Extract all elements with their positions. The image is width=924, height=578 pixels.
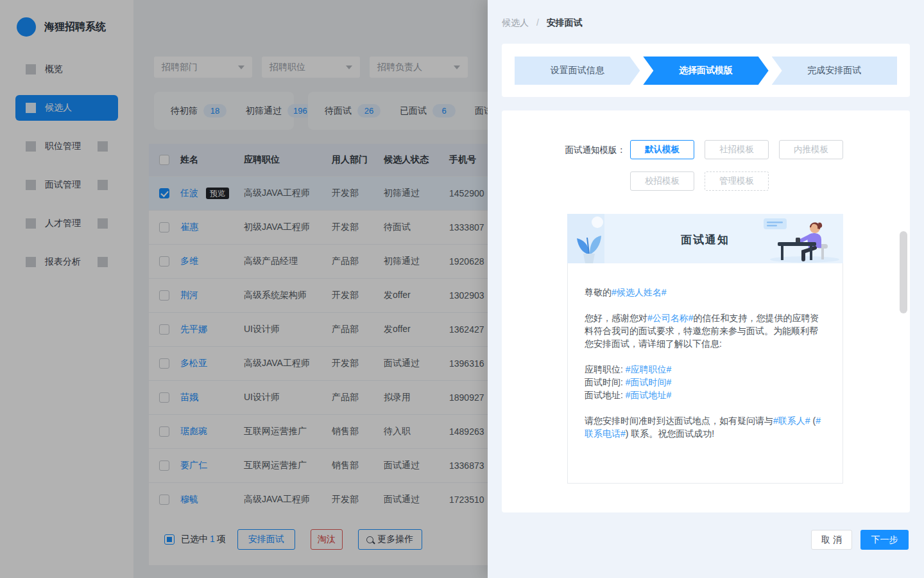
notice-body: 尊敬的#候选人姓名# 您好，感谢您对#公司名称#的信任和支持，您提供的应聘资料符… (567, 263, 843, 484)
token-contact: #联系人# (773, 416, 810, 426)
token-candidate-name: #候选人姓名# (612, 287, 667, 297)
token-position: #应聘职位# (626, 364, 672, 374)
cancel-button[interactable]: 取 消 (811, 530, 852, 550)
drawer-footer: 取 消 下一步 (811, 530, 909, 550)
breadcrumb: 候选人 / 安排面试 (502, 17, 583, 29)
notice-details: 应聘职位: #应聘职位# 面试时间: #面试时间# 面试地址: #面试地址# (585, 363, 826, 401)
text: 应聘职位: (585, 364, 626, 374)
breadcrumb-current: 安排面试 (547, 17, 583, 28)
step-choose-template: 选择面试模版 (643, 57, 768, 85)
template-option-label: 校招模板 (645, 175, 680, 187)
text: 请您安排时间准时到达面试地点，如有疑问请与 (585, 416, 773, 426)
token-time: #面试时间# (626, 377, 672, 387)
token-address: #面试地址# (626, 390, 672, 400)
detail-line-address: 面试地址: #面试地址# (585, 389, 826, 401)
steps-bar: 设置面试信息 选择面试模版 完成安排面试 (515, 57, 897, 85)
breadcrumb-parent[interactable]: 候选人 (502, 17, 529, 28)
button-label: 下一步 (871, 534, 898, 546)
notice-closing: 请您安排时间准时到达面试地点，如有疑问请与#联系人# (#联系电话#) 联系。祝… (585, 414, 826, 440)
next-step-button[interactable]: 下一步 (860, 530, 909, 550)
template-section-label: 面试通知模版： (502, 144, 626, 156)
step-label: 选择面试模版 (679, 65, 733, 76)
template-option-default[interactable]: 默认模板 (630, 140, 694, 159)
template-option-label: 管理模板 (719, 175, 754, 187)
step-set-interview-info: 设置面试信息 (515, 57, 640, 85)
notice-greeting: 尊敬的#候选人姓名# (585, 286, 826, 299)
notice-intro: 您好，感谢您对#公司名称#的信任和支持，您提供的应聘资料符合我司的面试要求，特邀… (585, 311, 826, 350)
template-option-label: 默认模板 (645, 144, 680, 155)
text: 面试时间: (585, 377, 626, 387)
button-label: 取 消 (821, 534, 842, 546)
text: 您好，感谢您对 (585, 313, 647, 323)
template-option-social[interactable]: 社招模板 (705, 140, 769, 159)
template-option-label: 社招模板 (719, 144, 754, 155)
template-option-label: 内推模板 (794, 144, 828, 155)
scrollbar-thumb[interactable] (900, 231, 907, 313)
step-label: 完成安排面试 (807, 65, 861, 76)
text: 尊敬的 (585, 287, 612, 297)
template-card: 面试通知模版： 默认模板 社招模板 内推模板 校招模板 管理模板 (502, 110, 910, 512)
template-option-management[interactable]: 管理模板 (705, 171, 769, 191)
step-label: 设置面试信息 (551, 65, 604, 76)
detail-line-time: 面试时间: #面试时间# (585, 376, 826, 389)
token-company-name: #公司名称# (647, 313, 694, 323)
screen: 海狸招聘系统 概览 候选人 职位管理 面试管理 人才管理 报表分析 (0, 0, 924, 578)
breadcrumb-separator: / (536, 17, 539, 28)
notice-preview-header: 面试通知 (567, 214, 843, 263)
detail-line-position: 应聘职位: #应聘职位# (585, 363, 826, 376)
notice-title: 面试通知 (567, 232, 843, 247)
template-option-referral[interactable]: 内推模板 (779, 140, 843, 159)
schedule-interview-drawer: 候选人 / 安排面试 设置面试信息 选择面试模版 完成安排面试 面试通知模版： … (488, 0, 924, 578)
text: 面试地址: (585, 390, 626, 400)
step-finish-schedule: 完成安排面试 (772, 57, 897, 85)
template-option-campus[interactable]: 校招模板 (630, 171, 694, 191)
notice-preview: 面试通知 尊敬的#候选人姓名# 您好，感谢您对#公司名称#的信任和支持，您提供的… (567, 214, 843, 484)
steps-card: 设置面试信息 选择面试模版 完成安排面试 (502, 44, 910, 97)
text: ) 联系。祝您面试成功! (626, 428, 714, 439)
text: ( (810, 416, 816, 426)
